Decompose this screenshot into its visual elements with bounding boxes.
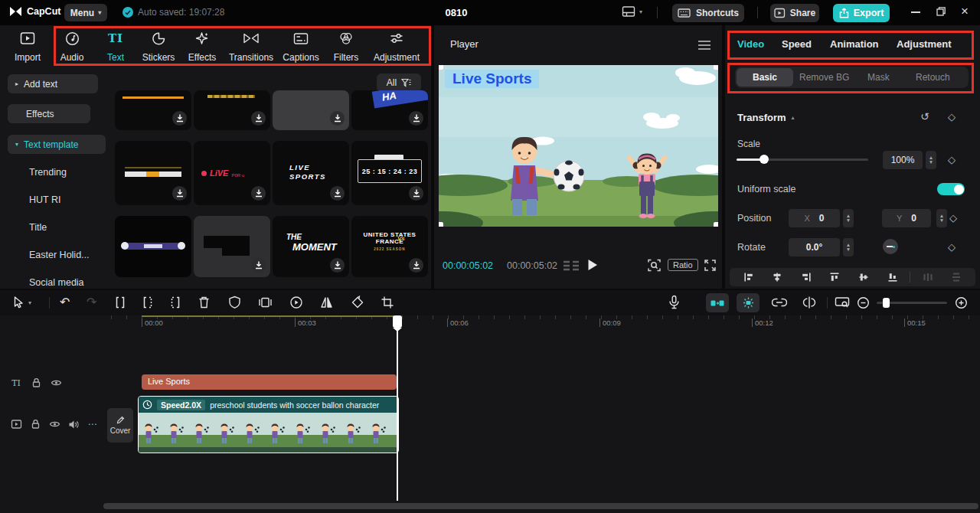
template-card[interactable] <box>273 90 349 130</box>
position-x-stepper[interactable]: ▲▼ <box>843 209 854 227</box>
sidebar-item-social-media[interactable]: Social media <box>29 277 84 288</box>
speaker-icon[interactable] <box>65 417 82 432</box>
sidebar-add-text-button[interactable]: ▸ Add text <box>8 74 98 93</box>
video-clip[interactable]: Speed2.0X preschool students with soccer… <box>138 396 399 453</box>
rotate-icon[interactable] <box>351 296 364 309</box>
align-center-horizontal-icon[interactable] <box>766 269 789 286</box>
auto-ripple-button[interactable] <box>706 293 729 312</box>
uniform-scale-toggle[interactable] <box>937 183 965 195</box>
sidebar-effects-button[interactable]: Effects <box>8 104 90 123</box>
align-bottom-icon[interactable] <box>881 269 904 286</box>
lock-icon[interactable] <box>27 417 44 432</box>
lock-icon[interactable] <box>28 375 44 390</box>
align-left-icon[interactable] <box>737 269 760 286</box>
preview-axis-icon[interactable] <box>835 296 850 309</box>
selection-handle[interactable] <box>439 65 443 70</box>
selection-handle[interactable] <box>714 65 718 70</box>
download-icon[interactable] <box>330 111 345 126</box>
tab-animation[interactable]: Animation <box>830 38 879 50</box>
record-voiceover-icon[interactable] <box>668 295 681 310</box>
transform-keyframe-icon[interactable]: ◇ <box>948 112 956 122</box>
template-card[interactable]: UNITED STATES Vs FRANCE 2022 SEASON <box>351 216 428 277</box>
close-button[interactable]: × <box>961 4 969 19</box>
rotate-keyframe-icon[interactable]: ◇ <box>948 242 956 252</box>
align-center-vertical-icon[interactable] <box>852 269 875 286</box>
link-icon[interactable] <box>772 297 787 308</box>
transform-section-header[interactable]: Transform ▴ <box>737 112 795 123</box>
subtab-mask[interactable]: Mask <box>867 72 890 83</box>
zoom-out-icon[interactable] <box>857 296 870 309</box>
subtab-retouch[interactable]: Retouch <box>916 72 950 83</box>
main-track-magnet-button[interactable] <box>737 293 760 312</box>
template-card[interactable] <box>194 216 270 277</box>
download-icon[interactable] <box>251 111 266 126</box>
sidebar-text-template-button[interactable]: ▾ Text template <box>8 135 106 154</box>
download-icon[interactable] <box>172 111 187 126</box>
toolbar-import[interactable]: Import <box>3 31 52 64</box>
selection-handle[interactable] <box>439 222 443 227</box>
download-icon[interactable] <box>330 186 345 201</box>
scale-keyframe-icon[interactable]: ◇ <box>948 155 956 165</box>
delete-icon[interactable] <box>198 296 211 309</box>
template-card[interactable]: LIVE SPORTS <box>273 141 349 205</box>
redo-button[interactable]: ↷ <box>87 295 96 309</box>
undo-button[interactable]: ↶ <box>60 295 70 309</box>
toolbar-text[interactable]: TI Text <box>91 31 140 64</box>
template-card[interactable]: HA <box>351 90 428 130</box>
delete-left-icon[interactable] <box>141 296 155 309</box>
text-clip[interactable]: Live Sports <box>142 374 397 390</box>
subtab-basic[interactable]: Basic <box>737 68 793 87</box>
template-card[interactable]: THE MOMENT <box>273 216 349 277</box>
menu-button[interactable]: Menu ▾ <box>64 4 107 21</box>
split-preview-icon[interactable] <box>802 296 816 309</box>
template-card[interactable]: LiVE P0R o <box>194 141 270 205</box>
subtab-remove-bg[interactable]: Remove BG <box>799 72 849 83</box>
align-right-icon[interactable] <box>795 269 818 286</box>
toolbar-captions[interactable]: Captions <box>276 31 325 64</box>
zoom-in-icon[interactable] <box>955 296 968 309</box>
sidebar-item-hut-ri[interactable]: HUT RI <box>29 194 60 205</box>
tab-adjustment[interactable]: Adjustment <box>897 38 952 50</box>
sidebar-item-trending[interactable]: Trending <box>29 167 67 178</box>
maximize-button[interactable] <box>936 6 946 17</box>
timeline-zoom-slider[interactable] <box>877 302 947 304</box>
library-filter-button[interactable]: All <box>377 74 421 92</box>
playhead-line[interactable] <box>397 315 398 501</box>
overlay-icon[interactable] <box>258 296 273 309</box>
export-button[interactable]: Export <box>833 4 890 22</box>
selection-handle[interactable] <box>714 222 718 227</box>
download-icon[interactable] <box>409 111 423 126</box>
tab-speed[interactable]: Speed <box>782 38 812 50</box>
rotate-field[interactable]: 0.0° <box>789 238 840 256</box>
distribute-vertical-icon[interactable] <box>945 269 968 286</box>
play-button[interactable] <box>587 259 598 271</box>
tab-video[interactable]: Video <box>737 38 764 50</box>
ratio-button[interactable]: Ratio <box>668 259 698 271</box>
player-canvas[interactable]: Live Sports <box>439 65 718 227</box>
share-button[interactable]: Share <box>770 4 819 22</box>
sidebar-item-title[interactable]: Title <box>29 222 47 233</box>
frame-by-frame-icon[interactable] <box>563 260 580 271</box>
eye-icon[interactable] <box>47 375 64 390</box>
canvas-text-overlay[interactable]: Live Sports <box>445 70 539 88</box>
playhead[interactable] <box>393 315 402 328</box>
fullscreen-icon[interactable] <box>704 259 717 272</box>
toolbar-effects[interactable]: Effects <box>178 31 227 64</box>
download-icon[interactable] <box>330 258 345 273</box>
delete-right-icon[interactable] <box>168 296 182 309</box>
player-menu-icon[interactable] <box>698 41 710 50</box>
scale-value[interactable]: 100% <box>883 151 923 169</box>
toolbar-transitions[interactable]: Transitions <box>227 31 276 64</box>
toolbar-adjustment[interactable]: Adjustment <box>372 31 421 64</box>
download-icon[interactable] <box>409 258 423 273</box>
toolbar-filters[interactable]: Filters <box>322 31 371 64</box>
timeline-ruler[interactable]: 00:00 00:03 00:06 00:09 00:12 00:15 <box>103 315 980 332</box>
split-icon[interactable] <box>113 296 127 309</box>
rotate-stepper[interactable]: ▲▼ <box>843 238 854 256</box>
download-icon[interactable] <box>409 186 423 201</box>
minimize-button[interactable] <box>911 11 920 13</box>
cover-button[interactable]: Cover <box>107 408 133 443</box>
scale-stepper[interactable]: ▲▼ <box>926 151 936 169</box>
scale-slider-handle[interactable] <box>760 155 769 164</box>
more-icon[interactable]: ⋯ <box>84 417 101 432</box>
